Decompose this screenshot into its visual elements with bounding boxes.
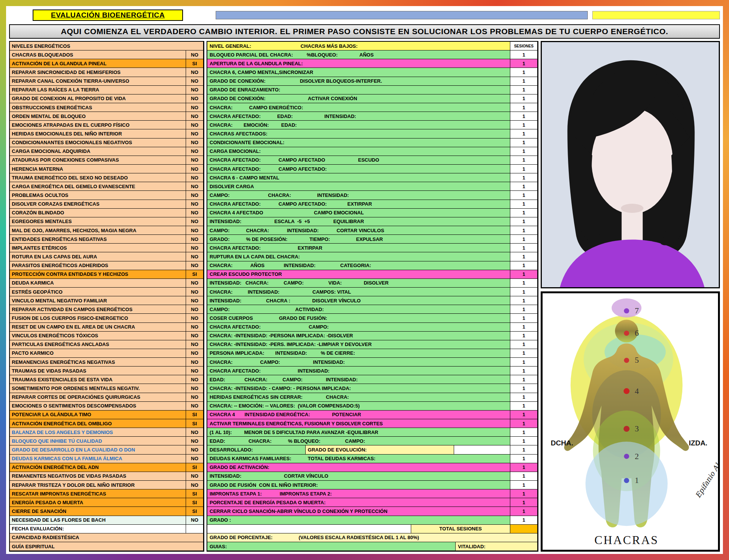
detail-cell[interactable]: EDAD: CHACRA: CAMPO: INTENSIDAD: xyxy=(207,375,510,384)
detail-cell[interactable]: GUIAS: xyxy=(207,542,456,551)
session-cell[interactable]: 1 xyxy=(510,50,538,59)
detail-cell[interactable]: CHACRA: CAMPO ENERGÉTICO: xyxy=(207,103,510,112)
detail-cell[interactable]: DISOLVER CARGA xyxy=(207,182,510,191)
detail-cell[interactable]: CHACRA AFECTADO: CAMPO AFECTADO ESCUDO xyxy=(207,156,510,165)
session-cell[interactable]: 1 xyxy=(510,393,538,402)
condition-flag[interactable]: NO xyxy=(186,94,204,103)
condition-flag[interactable]: NO xyxy=(186,358,204,367)
condition-flag[interactable]: NO xyxy=(186,129,204,138)
condition-flag[interactable]: NO xyxy=(186,445,204,454)
session-cell[interactable]: 1 xyxy=(510,384,538,393)
condition-flag[interactable]: NO xyxy=(186,402,204,411)
condition-flag[interactable]: NO xyxy=(186,77,204,86)
session-cell[interactable]: 1 xyxy=(510,121,538,129)
condition-flag[interactable]: NO xyxy=(186,165,204,173)
detail-cell[interactable]: CAMPO: CHACRA: INTENSIDAD: xyxy=(207,191,510,200)
session-cell[interactable]: 1 xyxy=(510,59,538,68)
session-cell[interactable]: SESIONES xyxy=(510,42,538,50)
detail-cell[interactable]: GRADO DE CONEXIÓN: ACTIVAR CONEXIÓN xyxy=(207,94,510,103)
condition-flag[interactable]: NO xyxy=(186,296,204,305)
condition-flag[interactable]: SI xyxy=(186,411,204,419)
detail-cell[interactable]: VITALIDAD: xyxy=(456,542,538,551)
condition-flag[interactable]: NO xyxy=(186,384,204,393)
detail-cell[interactable]: DEUDAS KARMICAS FAMILIARES: TOTAL DEUDAS… xyxy=(207,455,510,463)
session-cell[interactable]: 1 xyxy=(510,129,538,138)
condition-flag[interactable]: NO xyxy=(186,103,204,112)
detail-cell[interactable]: GRADO : xyxy=(207,516,510,525)
session-cell[interactable]: 1 xyxy=(510,349,538,358)
condition-flag[interactable]: NO xyxy=(186,288,204,296)
session-cell[interactable]: 1 xyxy=(510,481,538,489)
condition-flag[interactable]: NO xyxy=(186,481,204,489)
session-cell[interactable]: 1 xyxy=(510,226,538,235)
session-cell[interactable]: 1 xyxy=(510,296,538,305)
session-cell[interactable]: 1 xyxy=(510,261,538,270)
detail-cell[interactable] xyxy=(207,525,411,533)
session-cell[interactable]: 1 xyxy=(510,516,538,525)
condition-flag[interactable]: NO xyxy=(186,217,204,226)
detail-cell[interactable]: CHACRA: -INTENSIDAD: -PERSONA IMPLICADA:… xyxy=(207,332,510,340)
session-cell[interactable]: 1 xyxy=(510,498,538,507)
session-cell[interactable]: 1 xyxy=(510,455,538,463)
session-cell[interactable]: 1 xyxy=(510,165,538,173)
detail-cell[interactable]: CHACRA AFECTADO: EXTIRPAR xyxy=(207,244,510,252)
condition-flag[interactable]: NO xyxy=(186,340,204,349)
session-cell[interactable]: 1 xyxy=(510,94,538,103)
session-cell[interactable]: 1 xyxy=(510,156,538,165)
session-cell[interactable]: 1 xyxy=(510,367,538,375)
session-cell[interactable]: 1 xyxy=(510,103,538,112)
condition-flag[interactable]: NO xyxy=(186,235,204,244)
condition-flag[interactable]: NO xyxy=(186,375,204,384)
detail-cell[interactable]: GRADO DE FUSIÓN CON EL NIÑO INTERIOR: xyxy=(207,481,510,489)
condition-flag[interactable]: SI xyxy=(186,270,204,279)
detail-cell[interactable]: CONDICIONANTE EMOCIONAL: xyxy=(207,138,510,147)
session-cell[interactable]: 1 xyxy=(510,428,538,437)
session-cell[interactable]: 1 xyxy=(510,402,538,411)
condition-flag[interactable]: SI xyxy=(186,463,204,472)
condition-flag[interactable]: NO xyxy=(186,393,204,402)
detail-cell[interactable]: (1 AL 10): MENOR DE 5 DIFICULTAD PARA AV… xyxy=(207,428,510,437)
condition-flag[interactable]: NO xyxy=(186,182,204,191)
session-cell[interactable]: 1 xyxy=(510,507,538,516)
condition-flag[interactable]: NO xyxy=(186,173,204,182)
session-cell[interactable]: 1 xyxy=(510,244,538,252)
session-cell[interactable]: 1 xyxy=(510,200,538,209)
condition-flag[interactable]: NO xyxy=(186,279,204,288)
session-cell[interactable]: 1 xyxy=(510,340,538,349)
condition-flag[interactable] xyxy=(186,525,204,533)
detail-cell[interactable]: NIVEL GENERAL: CHACRAS MÁS BAJOS: xyxy=(207,42,510,50)
detail-cell[interactable]: CHACRA AFECTADO: CAMPO AFECTADO: xyxy=(207,165,510,173)
detail-cell[interactable]: INTENSIDAD: ESCALA -5 +5 EQUILIBRAR xyxy=(207,217,510,226)
condition-flag[interactable]: NO xyxy=(186,349,204,358)
session-cell[interactable]: 1 xyxy=(510,235,538,244)
detail-cell[interactable]: CHACRA 4 AFECTADO CAMPO EMOCIONAL xyxy=(207,209,510,217)
session-cell[interactable]: 1 xyxy=(510,463,538,472)
detail-cell[interactable] xyxy=(454,445,510,454)
condition-flag[interactable]: NO xyxy=(186,147,204,156)
condition-flag[interactable]: NO xyxy=(186,244,204,252)
detail-cell[interactable]: CHACRA: INTENSIDAD: CAMPOS: VITAL xyxy=(207,288,510,296)
detail-cell[interactable]: TOTAL SESIONES xyxy=(411,525,510,533)
session-cell[interactable]: 1 xyxy=(510,138,538,147)
detail-cell[interactable]: EDAD: CHACRA: % BLOQUEO: CAMPO: xyxy=(207,437,510,445)
condition-flag[interactable]: SI xyxy=(186,489,204,498)
detail-cell[interactable]: CHACRA: CAMPO: INTENSIDAD: xyxy=(207,358,510,367)
detail-cell[interactable]: CHACRA AFECTADO: CAMPO: xyxy=(207,323,510,332)
detail-cell[interactable]: APERTURA DE LA GLANDULA PINEAL: xyxy=(207,59,510,68)
condition-flag[interactable]: NO xyxy=(186,50,204,59)
session-cell[interactable] xyxy=(510,525,538,533)
detail-cell[interactable]: CHACRA: -- EMOCIÓN: -- VALORES: (VALOR C… xyxy=(207,402,510,411)
detail-cell[interactable]: CHACRA: -INTENSIDAD: -PERS. IMPLICADA: -… xyxy=(207,340,510,349)
session-cell[interactable]: 1 xyxy=(510,182,538,191)
condition-flag[interactable]: NO xyxy=(186,226,204,235)
condition-flag[interactable]: NO xyxy=(186,156,204,165)
session-cell[interactable]: 1 xyxy=(510,437,538,445)
session-cell[interactable]: 1 xyxy=(510,332,538,340)
condition-flag[interactable]: NO xyxy=(186,516,204,525)
condition-flag[interactable]: NO xyxy=(186,472,204,481)
detail-cell[interactable]: CARGA EMOCIONAL: xyxy=(207,147,510,156)
detail-cell[interactable]: CHACRA 4 INTENSIDAD ENERGÉTICA: POTENCIA… xyxy=(207,411,510,419)
detail-cell[interactable]: CHACRA AFECTADO: EDAD: INTENSIDAD: xyxy=(207,112,510,121)
detail-cell[interactable]: INTENSIDAD: CORTAR VÍNCULO xyxy=(207,472,510,481)
condition-flag[interactable]: NO xyxy=(186,209,204,217)
